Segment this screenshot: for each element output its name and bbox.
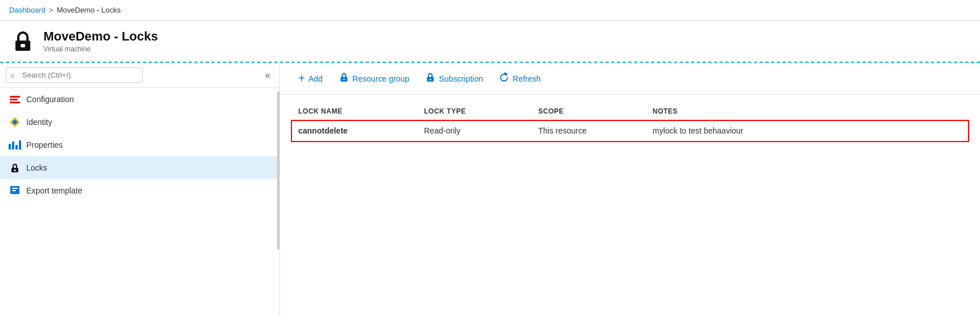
table-header-row: LOCK NAME LOCK TYPE SCOPE NOTES — [291, 104, 969, 120]
locks-table: LOCK NAME LOCK TYPE SCOPE NOTES cannotde… — [291, 104, 969, 142]
cell-lock-type: Read-only — [417, 120, 531, 142]
page-header: MoveDemo - Locks Virtual machine — [0, 21, 980, 63]
sidebar-search-bar: ⌕ « — [0, 63, 279, 88]
svg-rect-1 — [21, 44, 25, 47]
svg-rect-8 — [12, 188, 18, 189]
search-input[interactable] — [6, 67, 143, 83]
add-label: Add — [309, 74, 323, 83]
main-layout: ⌕ « Configuration — [0, 63, 980, 315]
collapse-sidebar-button[interactable]: « — [262, 69, 274, 82]
sidebar-nav: Configuration Identity — [0, 88, 279, 315]
header-text: MoveDemo - Locks Virtual machine — [43, 29, 158, 53]
subscription-icon — [425, 72, 435, 85]
svg-rect-13 — [430, 79, 431, 80]
col-header-scope: SCOPE — [531, 104, 646, 120]
sidebar-item-export-template[interactable]: Export template — [0, 179, 279, 202]
resource-group-button[interactable]: Resource group — [332, 69, 417, 88]
resource-group-label: Resource group — [353, 74, 410, 83]
sidebar-item-label: Properties — [26, 140, 63, 150]
subscription-label: Subscription — [439, 74, 483, 83]
properties-icon — [9, 139, 21, 151]
table-row[interactable]: cannotdelete Read-only This resource myl… — [291, 120, 969, 142]
sidebar-item-configuration[interactable]: Configuration — [0, 88, 279, 111]
col-header-lock-type: LOCK TYPE — [417, 104, 531, 120]
add-icon: + — [298, 72, 305, 85]
col-header-notes: NOTES — [646, 104, 969, 120]
page-title: MoveDemo - Locks — [43, 29, 158, 44]
subscription-button[interactable]: Subscription — [418, 69, 490, 88]
breadcrumb-current: MoveDemo - Locks — [57, 6, 121, 14]
sidebar-item-label: Export template — [26, 186, 82, 195]
sidebar-scrollbar — [277, 91, 279, 250]
sidebar-item-label: Identity — [26, 118, 52, 127]
table-container: LOCK NAME LOCK TYPE SCOPE NOTES cannotde… — [280, 95, 980, 315]
identity-icon — [9, 116, 21, 128]
cell-notes: mylock to test behaaviour — [646, 120, 969, 142]
sidebar-item-locks[interactable]: Locks — [0, 156, 279, 179]
add-button[interactable]: + Add — [291, 68, 330, 88]
toolbar: + Add Resource group — [280, 63, 980, 95]
breadcrumb: Dashboard > MoveDemo - Locks — [0, 0, 980, 21]
cell-scope: This resource — [531, 120, 646, 142]
lock-icon — [9, 162, 21, 173]
breadcrumb-separator: > — [49, 6, 54, 14]
cell-lock-name: cannotdelete — [291, 120, 417, 142]
svg-rect-9 — [12, 190, 16, 191]
page-subtitle: Virtual machine — [43, 45, 158, 53]
search-input-wrap[interactable]: ⌕ — [6, 67, 143, 83]
sidebar: ⌕ « Configuration — [0, 63, 280, 315]
sidebar-item-properties[interactable]: Properties — [0, 134, 279, 156]
header-lock-icon — [9, 27, 37, 55]
sidebar-item-label: Configuration — [26, 95, 74, 104]
config-icon — [9, 94, 21, 105]
refresh-button[interactable]: Refresh — [492, 69, 547, 88]
svg-rect-5 — [14, 169, 16, 171]
breadcrumb-dashboard-link[interactable]: Dashboard — [9, 6, 46, 14]
sidebar-item-identity[interactable]: Identity — [0, 111, 279, 134]
export-icon — [9, 185, 21, 196]
svg-rect-11 — [343, 79, 345, 80]
sidebar-item-label: Locks — [26, 163, 47, 172]
refresh-icon — [499, 72, 509, 85]
refresh-label: Refresh — [513, 74, 541, 83]
col-header-lock-name: LOCK NAME — [291, 104, 417, 120]
content-area: + Add Resource group — [280, 63, 980, 315]
resource-group-icon — [339, 72, 349, 85]
